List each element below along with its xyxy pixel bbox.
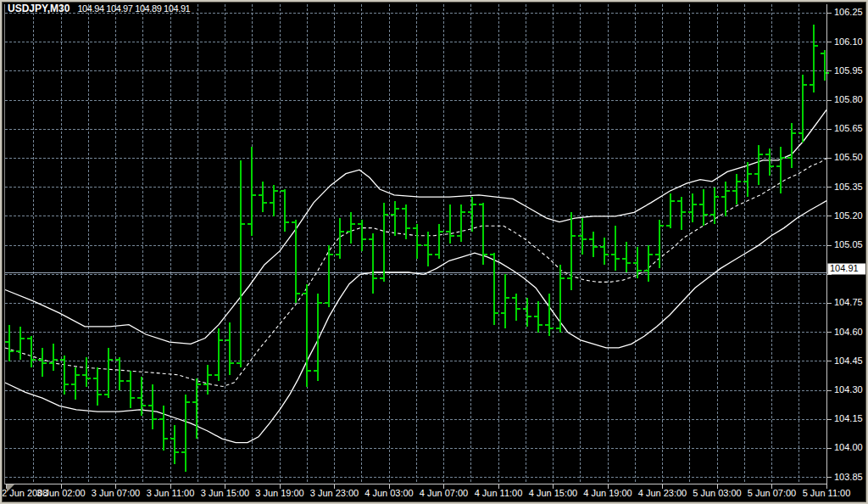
ohlc-bar <box>402 204 410 239</box>
ohlc-bar <box>192 378 201 439</box>
ohlc-bar <box>545 294 554 336</box>
price-tick-label: 104.75 <box>834 297 863 307</box>
ohlc-bar <box>589 232 598 257</box>
price-tick-label: 105.05 <box>834 239 863 249</box>
ohlc-bar <box>303 284 311 387</box>
time-tick-label: 3 Jun 19:00 <box>255 488 304 498</box>
price-tick-label: 104.30 <box>834 384 863 395</box>
ohlc-bar <box>754 145 763 186</box>
time-tick-label: 5 Jun 03:00 <box>693 488 742 498</box>
price-tick-label: 104.60 <box>834 327 863 337</box>
time-tick-label: 3 Jun 15:00 <box>201 488 250 498</box>
price-box-text: 104.91 <box>830 263 859 273</box>
price-axis[interactable]: 106.25106.10105.95105.80105.65105.50105.… <box>827 7 863 481</box>
time-tick-label: 5 Jun 07:00 <box>748 488 797 498</box>
ohlc-bar <box>810 25 818 92</box>
ohlc-bar <box>181 395 190 472</box>
ohlc-bar <box>732 174 741 204</box>
chart-title: USDJPY,M30104.94 104.97 104.89 104.91 <box>8 3 190 14</box>
ohlc-bar <box>5 325 14 361</box>
current-price-label: 104.91 <box>828 263 867 274</box>
ohlc-bar <box>314 294 322 381</box>
ohlc-bar <box>170 425 179 464</box>
ohlc-bar <box>38 348 47 377</box>
ohlc-bar <box>93 367 102 406</box>
ohlc-bar <box>16 327 25 360</box>
time-tick-label: 4 Jun 23:00 <box>638 488 687 498</box>
time-tick-label: 5 Jun 11:00 <box>803 488 851 498</box>
price-tick-label: 105.95 <box>834 65 863 76</box>
price-tick-label: 104.00 <box>834 442 863 452</box>
time-tick-label: 3 Jun 07:00 <box>92 488 141 498</box>
price-tick-label: 105.65 <box>834 123 863 133</box>
ohlc-bar <box>358 220 366 250</box>
grid-lines <box>5 4 827 484</box>
price-tick-label: 104.45 <box>834 356 863 366</box>
ohlc-bar <box>203 365 212 394</box>
price-tick-label: 105.20 <box>834 210 863 221</box>
ohlc-bar <box>765 148 774 176</box>
ohlc-bar <box>644 245 653 282</box>
ohlc-bar <box>413 224 421 259</box>
ohlc-bar <box>501 274 509 328</box>
ohlc-bar <box>798 75 807 143</box>
ohlc-bar <box>424 232 432 266</box>
time-axis[interactable]: 2 Jun 20083 Jun 02:003 Jun 07:003 Jun 11… <box>2 484 850 499</box>
ohlc-bar <box>446 204 454 244</box>
time-tick-label: 4 Jun 07:00 <box>420 488 469 498</box>
symbol-period-label: USDJPY,M30 <box>8 3 70 14</box>
ohlc-bar <box>512 294 520 321</box>
ohlc-readout: 104.94 104.97 104.89 104.91 <box>77 3 190 14</box>
ohlc-bar <box>148 384 157 428</box>
price-tick-label: 103.85 <box>834 472 863 482</box>
ohlc-bar <box>380 203 388 282</box>
axes <box>5 4 827 484</box>
ohlc-bar <box>556 265 565 333</box>
ohlc-bars[interactable] <box>5 25 829 472</box>
ohlc-bar <box>347 212 355 243</box>
ohlc-bar <box>578 218 587 255</box>
ohlc-bar <box>391 201 399 236</box>
ohlc-bar <box>325 245 333 307</box>
ohlc-bar <box>27 336 36 367</box>
time-tick-label: 3 Jun 11:00 <box>147 488 195 498</box>
ohlc-bar <box>435 224 443 259</box>
price-tick-label: 105.80 <box>834 94 863 104</box>
ohlc-bar <box>468 197 476 232</box>
price-tick-label: 106.25 <box>834 7 863 17</box>
time-tick-label: 3 Jun 02:00 <box>36 488 86 498</box>
ohlc-bar <box>721 182 730 216</box>
mt4-chart-window: 106.25106.10105.95105.80105.65105.50105.… <box>0 0 868 504</box>
ohlc-bar <box>336 218 344 259</box>
ohlc-bar <box>821 50 829 81</box>
bollinger-upper-band <box>5 110 826 344</box>
chart-canvas[interactable]: 106.25106.10105.95105.80105.65105.50105.… <box>0 0 868 504</box>
ohlc-bar <box>82 357 91 386</box>
time-tick-label: 4 Jun 19:00 <box>583 488 632 498</box>
time-tick-label: 4 Jun 11:00 <box>475 488 523 498</box>
ohlc-bar <box>787 123 796 167</box>
ohlc-bar <box>225 322 234 375</box>
ohlc-bar <box>115 357 124 390</box>
ohlc-bar <box>567 212 576 289</box>
price-tick-label: 106.10 <box>834 36 863 47</box>
ohlc-bar <box>71 367 80 400</box>
ohlc-bar <box>622 242 631 272</box>
ohlc-bar <box>677 197 686 230</box>
time-tick-label: 4 Jun 15:00 <box>529 488 578 498</box>
ohlc-bar <box>270 185 278 216</box>
ohlc-bar <box>259 182 267 212</box>
ohlc-bar <box>523 298 531 327</box>
price-tick-label: 104.15 <box>834 413 863 423</box>
ohlc-bar <box>126 371 135 407</box>
ohlc-bar <box>369 233 377 294</box>
ohlc-bar <box>281 189 289 232</box>
time-tick-label: 3 Jun 23:00 <box>310 488 359 498</box>
ohlc-bar <box>534 301 542 332</box>
ohlc-bar <box>457 204 465 241</box>
bollinger-lower-band <box>5 201 826 443</box>
ohlc-bar <box>776 147 785 193</box>
ohlc-bar <box>699 189 708 226</box>
ohlc-bar <box>666 193 675 228</box>
price-tick-label: 105.50 <box>834 152 863 162</box>
